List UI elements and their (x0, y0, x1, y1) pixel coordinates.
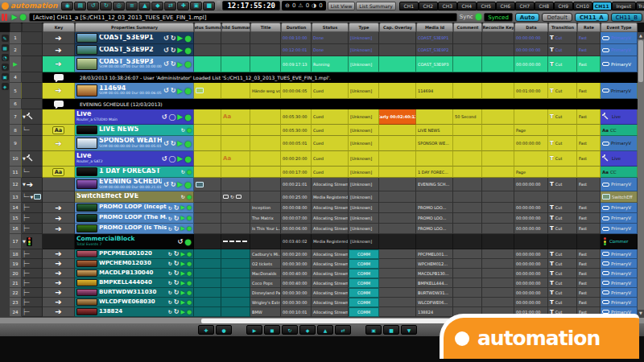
playlist-row[interactable]: 8└─AaLIVE NEWS↻●00:05:30:00Cued[Unknown]… (10, 125, 638, 136)
channel-tab-ch11[interactable]: CH11 (592, 2, 612, 10)
playlist-row[interactable]: ▶➔COAST_S3E9P3SOM 00:00:00:00 Dur 00:10:… (10, 56, 638, 72)
channel-tab-ch4[interactable]: CH4 (457, 2, 477, 10)
channel-tab-ch1[interactable]: CH1 (399, 2, 419, 10)
default-button[interactable]: Default (542, 13, 572, 22)
expander-icon[interactable]: ▼ (23, 114, 26, 119)
column-header-comment[interactable]: Comment (453, 23, 482, 32)
channel-tab-ingest[interactable]: Ingest (612, 2, 636, 10)
playlist-row[interactable]: 13└─▼SwitchEffect DVE↻●↻00:00:25:00Media… (10, 191, 638, 203)
channel-tab-ch9[interactable]: CH9 (554, 2, 573, 10)
export-icon[interactable]: ⇄ (164, 2, 176, 10)
column-header-data[interactable]: Data (514, 23, 548, 32)
playlist-row[interactable]: 428/03/2013 10:38:26:07 - User 'Administ… (10, 72, 638, 83)
sync-icon[interactable]: ↻ (2, 64, 9, 71)
view-tab[interactable]: List View (328, 2, 356, 10)
playlist-row[interactable]: 20├─➔MACDLPB130040↻↻▶●MacDonalds00:00:40… (10, 269, 638, 278)
column-header-gut[interactable] (10, 23, 22, 32)
channel-b-button[interactable]: CH11_B (611, 13, 642, 22)
playlist-row[interactable]: 2➔COAST_S3E9P2↺↻▶●00:12:00:01Done[Unknow… (10, 44, 638, 56)
hold-icon[interactable]: ▲ (317, 325, 333, 335)
skip-next-icon[interactable]: ↻ (282, 325, 298, 335)
alert-bell-icon[interactable]: ▲ (138, 2, 151, 10)
playlist-row[interactable]: 1➔COAST_S3E9P1↺↻▶●00:08:10:00Done[Unknow… (10, 32, 638, 44)
column-header-reckey[interactable]: Reconcile Key (482, 23, 514, 32)
monitor-out-icon[interactable]: ▣ (365, 325, 382, 335)
playlist-row[interactable]: 6EVENING SCHEDULE (12/03/2013) (10, 99, 638, 109)
play-icon[interactable]: ▶ (246, 325, 262, 335)
column-header-csum[interactable]: Child Summary (221, 23, 250, 32)
cue-icon[interactable]: ✚ (198, 325, 214, 335)
column-header-trans[interactable]: Transition (548, 23, 577, 32)
playlist-row[interactable]: 21├─➔BMPKELL444040↻↻▶●Coco Pops00:00:40:… (10, 278, 638, 288)
onair-status-icon[interactable]: ● (19, 13, 27, 21)
config-icon[interactable]: ▣ (190, 2, 202, 10)
column-header-media[interactable]: Media Id (416, 23, 453, 32)
playlist-icon[interactable]: ≡ (126, 2, 138, 10)
playlist-row[interactable]: 19├─➔WPCHEM012030↻↻▶●O2 tickets00:00:30:… (10, 259, 638, 269)
playlist-row[interactable]: 7▼LiveRouter_a STUDIO Main↺◯▶●Aa00:05:30… (10, 109, 638, 125)
monitor-icon[interactable]: ■ (203, 2, 215, 10)
end-icon[interactable]: ▼ (401, 325, 417, 335)
vertical-scroll-thumb[interactable] (638, 40, 643, 82)
unload-icon[interactable]: ⇄ (335, 325, 351, 335)
record-icon[interactable]: ◎ (113, 2, 125, 10)
tools-icon[interactable]: ✚ (177, 2, 189, 10)
expander-icon[interactable]: ▼ (23, 239, 26, 244)
column-header-props[interactable]: Properties Summary (75, 23, 194, 32)
channel-tab-ch5[interactable]: CH5 (477, 2, 496, 10)
vertical-scrollbar[interactable]: ▲ ▼ (638, 32, 644, 317)
channel-tab-ch10[interactable]: CH10 (573, 2, 592, 10)
playlist-row[interactable]: 18├─➔PPCPMEL001020↻↻▶●Cadbury's Mi...00:… (10, 249, 638, 259)
loop-right-icon[interactable]: ↻ (100, 2, 112, 10)
playlist-row[interactable]: 9➔SPONSOR WEATHER BUMPERSOM 00:00:00:00 … (10, 136, 638, 151)
recue-icon[interactable]: ● (216, 325, 232, 335)
channel-a-button[interactable]: CH11_A (575, 13, 609, 22)
channel-tab-ch2[interactable]: CH2 (419, 2, 438, 10)
edit-next-icon[interactable]: ■ (383, 325, 399, 335)
channel-tab-ch8[interactable]: CH8 (535, 2, 554, 10)
column-header-etype[interactable]: Event Type (601, 23, 638, 32)
playlist-row[interactable]: 15├─➔PROMO LOOP (The M..↻↻▶●The Matrix00… (10, 213, 638, 224)
channel-tab-ch6[interactable]: CH6 (496, 2, 515, 10)
column-header-status[interactable]: Status (312, 23, 349, 32)
channel-tab-ch3[interactable]: CH3 (438, 2, 457, 10)
column-header-rate[interactable]: Rate (577, 23, 601, 32)
edit-pencil-icon[interactable]: ✎ (2, 35, 9, 42)
playlist-row[interactable]: 23├─➔WLCDFWE068030↻↻▶●Wrigley's Extra00:… (10, 298, 638, 307)
playlist-row[interactable]: 10▼LiveRouter_a SAT2↺◯▶●Aa00:00:20:00Cue… (10, 151, 638, 167)
pause-icon[interactable]: ◼ (264, 325, 280, 335)
lock-icon[interactable]: ◈ (2, 83, 9, 90)
power-icon[interactable]: ◉ (61, 2, 73, 10)
channel-alert-icon[interactable] (2, 13, 9, 21)
playlist-row[interactable]: 12▼➔EVENING SCHEDULE BUMPER .SOM 00:00:0… (10, 178, 638, 191)
expander-icon[interactable]: ▼ (23, 182, 26, 187)
play-status-icon[interactable]: ▶ (11, 13, 17, 21)
loop-left-icon[interactable]: ↺ (87, 2, 99, 10)
view-tab[interactable]: List Summary (356, 2, 395, 10)
break-icon[interactable]: ◆ (299, 325, 316, 335)
column-header-tree[interactable] (22, 23, 43, 32)
auto-button[interactable]: Auto (515, 13, 540, 22)
playlist-row[interactable]: 14├─➔PROMO LOOP (Incepti..↻↻▶●Inception0… (10, 203, 638, 213)
playlist-row[interactable]: 17▼CommercialBlockTotal Events 7↺●00:03:… (10, 234, 638, 249)
media-folder-icon[interactable]: ▤ (74, 2, 86, 10)
active-list-field[interactable]: [Active] CH11_a [S:/CH11_12_03_2013_TUES… (29, 13, 457, 22)
expander-icon[interactable]: ▼ (30, 195, 33, 200)
expander-icon[interactable]: ▼ (23, 156, 26, 161)
column-header-capov[interactable]: Cap. Overlay (379, 23, 416, 32)
playlist-row[interactable]: 11└─Aa1 DAY FORECAST↻●00:00:17:00Cued[Un… (10, 167, 638, 178)
column-header-ssum[interactable]: Status Summary (194, 23, 221, 32)
column-header-type[interactable]: Type (349, 23, 379, 32)
users-icon[interactable]: ◆ (151, 2, 163, 10)
clip-icon[interactable]: ▦ (2, 44, 9, 51)
playlist-row[interactable]: 22├─➔BURTWDW311030↻↻▶●Disneyland Pa...00… (10, 288, 638, 298)
column-header-dur[interactable]: Duration (281, 23, 312, 32)
playlist-row[interactable]: 16├─➔PROMO LOOP (Is This..↻↻▶●Is This Yo… (10, 224, 638, 234)
column-header-title[interactable]: Title (250, 23, 281, 32)
column-header-key[interactable]: Key (43, 23, 75, 32)
scroll-up-icon[interactable]: ▲ (638, 32, 644, 39)
playlist-row[interactable]: 5➔114694SOM 00:01:00:00 Dur 00:00:06:05↺… (10, 83, 638, 99)
media-icon[interactable]: ▣ (2, 73, 9, 80)
clock-icon[interactable]: ◔ (2, 54, 9, 61)
channel-tab-transfer[interactable]: Transfer (636, 2, 644, 10)
